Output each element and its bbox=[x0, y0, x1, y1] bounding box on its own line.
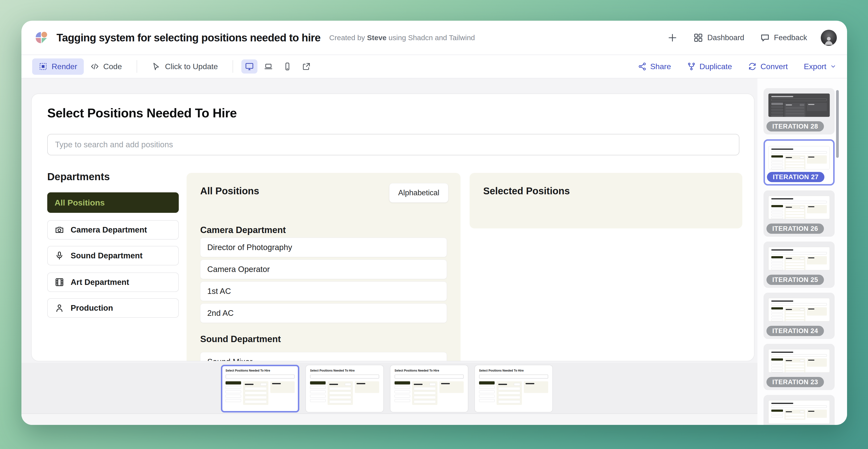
iteration-card-partial[interactable] bbox=[764, 395, 835, 425]
share-icon bbox=[638, 62, 647, 71]
iteration-card-23[interactable]: ITERATION 23 bbox=[764, 344, 835, 390]
all-positions-panel: All Positions Alphabetical Camera Depart… bbox=[187, 173, 461, 361]
iteration-badge: ITERATION 23 bbox=[767, 377, 824, 387]
convert-icon bbox=[748, 62, 757, 71]
laptop-view-button[interactable] bbox=[260, 59, 276, 73]
position-row[interactable]: Camera Operator bbox=[200, 260, 447, 279]
fork-icon bbox=[687, 62, 696, 71]
render-icon bbox=[39, 62, 48, 71]
filter-camera-department[interactable]: Camera Department bbox=[47, 220, 179, 239]
popout-icon bbox=[302, 62, 311, 71]
phone-icon bbox=[283, 62, 292, 71]
tab-code[interactable]: Code bbox=[84, 58, 129, 75]
iteration-preview-mock bbox=[768, 247, 830, 270]
film-icon bbox=[55, 277, 64, 287]
variants-strip: Select Positions Needed To Hire Select P… bbox=[22, 363, 757, 425]
filter-production[interactable]: Production bbox=[47, 298, 179, 318]
feedback-button[interactable]: Feedback bbox=[760, 33, 807, 43]
section-title: Camera Department bbox=[200, 225, 286, 235]
dashboard-button[interactable]: Dashboard bbox=[693, 33, 744, 43]
mobile-view-button[interactable] bbox=[279, 59, 296, 73]
iteration-card-27-selected[interactable]: ITERATION 27 bbox=[764, 139, 835, 186]
author-name: Steve bbox=[367, 34, 386, 42]
person-silhouette-icon bbox=[823, 35, 834, 46]
selected-positions-panel: Selected Positions bbox=[470, 173, 742, 228]
app-window: Tagging system for selecting positions n… bbox=[22, 21, 847, 425]
magicpatterns-logo[interactable] bbox=[34, 30, 49, 45]
tab-render[interactable]: Render bbox=[32, 58, 84, 75]
cursor-icon bbox=[152, 62, 161, 71]
code-icon bbox=[90, 62, 99, 71]
departments-heading: Departments bbox=[47, 171, 110, 183]
dashboard-grid-icon bbox=[693, 33, 703, 43]
iteration-badge: ITERATION 27 bbox=[767, 172, 825, 182]
variant-thumbnail[interactable]: Select Positions Needed To Hire bbox=[390, 365, 468, 413]
plus-icon bbox=[667, 33, 678, 43]
filter-sound-department[interactable]: Sound Department bbox=[47, 246, 179, 265]
iteration-badge: ITERATION 24 bbox=[767, 326, 824, 336]
byline: Created by Steve using Shadcn and Tailwi… bbox=[329, 34, 475, 42]
monitor-icon bbox=[245, 62, 254, 71]
iteration-card-28[interactable]: ITERATION 28 bbox=[764, 88, 835, 134]
feedback-label: Feedback bbox=[774, 33, 807, 42]
page-title: Tagging system for selecting positions n… bbox=[57, 32, 320, 44]
new-project-button[interactable] bbox=[667, 33, 678, 43]
click-to-update-button[interactable]: Click to Update bbox=[146, 58, 224, 75]
desktop-view-button[interactable] bbox=[241, 59, 257, 73]
variant-thumbnail[interactable]: Select Positions Needed To Hire bbox=[474, 365, 553, 413]
iteration-badge: ITERATION 28 bbox=[767, 121, 824, 131]
dashboard-label: Dashboard bbox=[707, 33, 744, 42]
iteration-card-24[interactable]: ITERATION 24 bbox=[764, 293, 835, 339]
chevron-down-icon bbox=[830, 63, 836, 70]
toolbar: Render Code Click to Update bbox=[22, 55, 847, 78]
export-button[interactable]: Export bbox=[804, 62, 836, 71]
chat-bubble-icon bbox=[760, 33, 770, 43]
preview-canvas: Select Positions Needed To Hire Departme… bbox=[22, 78, 757, 425]
avatar[interactable] bbox=[821, 30, 837, 46]
share-button[interactable]: Share bbox=[638, 62, 671, 71]
section-title: Sound Department bbox=[200, 334, 281, 344]
person-icon bbox=[55, 303, 64, 313]
iterations-scrollbar[interactable] bbox=[836, 90, 839, 158]
variant-thumbnail[interactable]: Select Positions Needed To Hire bbox=[305, 365, 384, 413]
app-preview-card: Select Positions Needed To Hire Departme… bbox=[31, 94, 754, 361]
iteration-badge: ITERATION 25 bbox=[767, 275, 824, 285]
iteration-preview-mock bbox=[768, 94, 830, 117]
search-input[interactable] bbox=[47, 134, 739, 155]
position-row[interactable]: Director of Photography bbox=[200, 238, 447, 257]
iteration-card-26[interactable]: ITERATION 26 bbox=[764, 190, 835, 237]
filter-all-positions[interactable]: All Positions bbox=[47, 192, 179, 213]
position-row[interactable]: Sound Mixer bbox=[200, 352, 447, 361]
filter-art-department[interactable]: Art Department bbox=[47, 272, 179, 292]
preview-heading: Select Positions Needed To Hire bbox=[47, 106, 237, 120]
position-row[interactable]: 2nd AC bbox=[200, 303, 447, 323]
iteration-preview-mock bbox=[768, 400, 830, 424]
header: Tagging system for selecting positions n… bbox=[22, 21, 847, 55]
variant-thumbnail-selected[interactable]: Select Positions Needed To Hire bbox=[221, 365, 299, 413]
iteration-preview-mock bbox=[768, 349, 830, 373]
selected-positions-heading: Selected Positions bbox=[483, 186, 570, 196]
position-row[interactable]: 1st AC bbox=[200, 282, 447, 301]
convert-button[interactable]: Convert bbox=[748, 62, 787, 71]
open-preview-button[interactable] bbox=[298, 59, 314, 73]
all-positions-heading: All Positions bbox=[200, 186, 259, 196]
laptop-icon bbox=[264, 62, 273, 71]
camera-icon bbox=[55, 225, 64, 235]
iteration-card-25[interactable]: ITERATION 25 bbox=[764, 242, 835, 288]
iteration-badge: ITERATION 26 bbox=[767, 224, 824, 234]
sort-alphabetical-button[interactable]: Alphabetical bbox=[389, 183, 448, 202]
microphone-icon bbox=[55, 251, 64, 260]
iteration-preview-mock bbox=[768, 298, 830, 321]
iterations-sidebar: ITERATION 28 ITERATION 27 bbox=[757, 78, 847, 425]
duplicate-button[interactable]: Duplicate bbox=[687, 62, 732, 71]
iteration-preview-mock bbox=[768, 146, 830, 169]
iteration-preview-mock bbox=[768, 196, 830, 219]
